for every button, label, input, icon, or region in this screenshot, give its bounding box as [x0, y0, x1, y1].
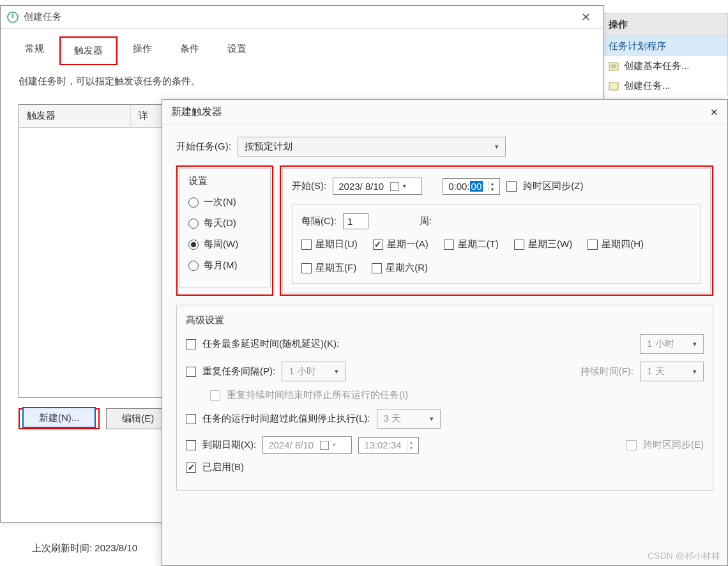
tab-actions[interactable]: 操作 [120, 36, 165, 65]
close-button[interactable]: ✕ [710, 107, 718, 118]
radio-icon [188, 218, 199, 229]
stop-at-end-checkbox [210, 390, 220, 401]
edit-button[interactable]: 编辑(E) [106, 408, 170, 429]
radio-icon [188, 197, 199, 208]
schedule-type-group: 设置 一次(N) 每天(D) 每周(W) 每月(M) [179, 168, 271, 287]
actions-header: 操作 [600, 13, 728, 36]
actions-panel: 操作 任务计划程序 创建基本任务... 创建任务... [600, 13, 728, 96]
interval-unit: 周: [420, 215, 432, 227]
stop-limit-checkbox[interactable] [186, 414, 196, 424]
new-trigger-dialog: 新建触发器 ✕ 开始任务(G): 按预定计划 ▾ 设置 一次(N) 每天(D) … [162, 99, 728, 566]
enabled-checkbox[interactable] [186, 463, 196, 473]
day-friday[interactable]: 星期五(F) [301, 262, 356, 274]
expire-tz-checkbox [626, 440, 637, 450]
expire-tz-label: 跨时区同步(E) [643, 439, 704, 451]
day-monday[interactable]: 星期一(A) [373, 238, 428, 250]
advanced-settings: 高级设置 任务最多延迟时间(随机延迟)(K): 1 小时▾ 重复任务间隔(P):… [176, 305, 713, 491]
close-button[interactable]: ✕ [575, 8, 597, 27]
checkbox-icon [514, 240, 524, 250]
radio-monthly[interactable]: 每月(M) [188, 259, 261, 272]
stop-limit-label: 任务的运行时间超过此值则停止执行(L): [202, 413, 370, 425]
watermark: CSDN @祁小林林 [648, 551, 720, 562]
create-task-link[interactable]: 创建任务... [600, 76, 728, 96]
start-date-picker[interactable]: 2023/ 8/10 [333, 178, 422, 195]
dialog-title: 新建触发器 [171, 105, 710, 119]
day-wednesday[interactable]: 星期三(W) [514, 238, 572, 250]
delay-checkbox[interactable] [186, 339, 196, 349]
day-sunday[interactable]: 星期日(U) [301, 238, 358, 250]
repeat-checkbox[interactable] [186, 367, 196, 377]
interval-input[interactable]: 1 [343, 213, 368, 229]
days-of-week: 星期日(U) 星期一(A) 星期二(T) 星期三(W) 星期四(H) 星期五(F… [301, 238, 692, 274]
checkbox-icon [301, 240, 312, 250]
interval-label: 每隔(C): [301, 215, 337, 227]
begin-task-select[interactable]: 按预定计划 ▾ [238, 137, 506, 157]
svg-rect-3 [609, 82, 618, 90]
tab-triggers[interactable]: 触发器 [61, 38, 116, 64]
start-time-input[interactable]: 0:00:00 ▴▾ [443, 178, 500, 195]
day-saturday[interactable]: 星期六(R) [372, 262, 428, 274]
tz-sync-checkbox[interactable] [506, 181, 517, 192]
expire-checkbox[interactable] [186, 440, 196, 450]
radio-weekly[interactable]: 每周(W) [188, 238, 261, 250]
dialog-titlebar: 新建触发器 ✕ [162, 100, 727, 125]
duration-label: 持续时间(F): [580, 365, 633, 378]
schedule-details: 开始(S): 2023/ 8/10 0:00:00 ▴▾ 跨时区同步(Z) [282, 168, 711, 293]
day-thursday[interactable]: 星期四(H) [588, 238, 644, 250]
window-title: 创建任务 [24, 11, 575, 23]
chevron-down-icon: ▾ [495, 142, 499, 151]
spin-up-icon[interactable]: ▴ [489, 181, 496, 187]
highlight-box: 新建(N)... [19, 408, 100, 429]
spin-down-icon[interactable]: ▾ [489, 187, 496, 192]
chevron-down-icon: ▾ [693, 367, 697, 376]
settings-legend: 设置 [188, 175, 261, 187]
tab-description: 创建任务时，可以指定触发该任务的条件。 [1, 65, 603, 98]
enabled-label: 已启用(B) [202, 461, 244, 473]
task-icon [609, 81, 619, 91]
checkbox-icon [444, 240, 454, 250]
advanced-legend: 高级设置 [186, 314, 704, 326]
new-button[interactable]: 新建(N)... [22, 407, 96, 428]
spin-up-icon: ▴ [407, 440, 415, 445]
chevron-down-icon: ▾ [335, 367, 338, 376]
actions-category[interactable]: 任务计划程序 [600, 36, 728, 56]
checkbox-icon [372, 263, 382, 273]
tab-conditions[interactable]: 条件 [167, 36, 212, 65]
radio-once[interactable]: 一次(N) [188, 196, 261, 208]
weekly-settings: 每隔(C): 1 周: 星期日(U) 星期一(A) 星期二(T) 星期三(W) … [292, 204, 701, 284]
checkbox-icon [588, 240, 598, 250]
repeat-interval-select: 1 小时▾ [282, 362, 345, 381]
begin-task-value: 按预定计划 [245, 141, 292, 153]
chevron-down-icon: ▾ [430, 415, 434, 423]
repeat-label: 重复任务间隔(P): [202, 365, 275, 378]
spin-down-icon: ▾ [407, 445, 415, 451]
duration-select: 1 天▾ [640, 362, 704, 381]
calendar-icon [320, 441, 329, 450]
expire-date-picker: 2024/ 8/10 [262, 436, 352, 454]
calendar-icon [390, 182, 399, 191]
spinner: ▴▾ [407, 440, 415, 451]
tab-settings[interactable]: 设置 [215, 36, 259, 65]
tab-general[interactable]: 常规 [12, 36, 57, 65]
begin-task-label: 开始任务(G): [176, 141, 231, 153]
delay-label: 任务最多延迟时间(随机延迟)(K): [202, 338, 339, 350]
highlight-box: 触发器 [59, 36, 118, 65]
spinner[interactable]: ▴▾ [488, 181, 496, 192]
stop-limit-select: 3 天▾ [377, 409, 441, 429]
expire-label: 到期日期(X): [202, 439, 256, 451]
highlight-box: 开始(S): 2023/ 8/10 0:00:00 ▴▾ 跨时区同步(Z) [280, 165, 713, 296]
last-refresh-label: 上次刷新时间: 2023/8/10 [32, 542, 137, 555]
delay-select: 1 小时▾ [640, 334, 704, 354]
day-tuesday[interactable]: 星期二(T) [444, 238, 499, 250]
radio-icon [188, 240, 199, 250]
checkbox-icon [301, 263, 312, 273]
create-basic-task-link[interactable]: 创建基本任务... [600, 56, 728, 76]
radio-icon [188, 261, 199, 271]
titlebar: 创建任务 ✕ [1, 6, 603, 29]
tab-strip: 常规 触发器 操作 条件 设置 [1, 29, 603, 65]
clock-icon [7, 11, 19, 23]
stop-at-end-label: 重复持续时间结束时停止所有运行的任务(I) [227, 389, 408, 401]
start-label: 开始(S): [292, 180, 326, 192]
radio-daily[interactable]: 每天(D) [188, 217, 261, 229]
col-trigger[interactable]: 触发器 [19, 105, 131, 127]
